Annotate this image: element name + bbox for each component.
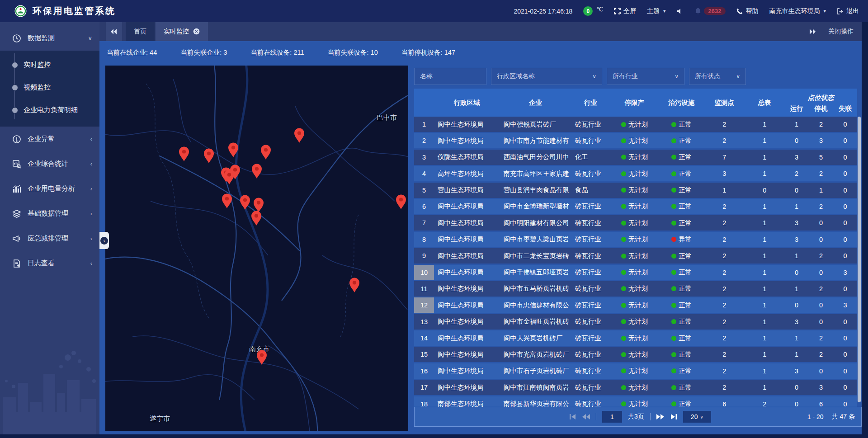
sidebar-collapse-handle[interactable]: ‹ [99,232,109,249]
cell-company: 阆中市江南镇阆南页岩 [500,380,571,395]
sidebar-item-logs[interactable]: 日志查看‹ [0,251,99,276]
fullscreen-button[interactable]: 全屏 [614,7,636,15]
tabs-scroll-left-button[interactable] [106,22,122,41]
industry-filter-select[interactable]: 所有行业 ∨ [607,68,684,85]
status-dot-green-icon [621,319,626,324]
row-index: 13 [414,314,434,330]
row-index: 11 [414,281,434,297]
sidebar-item-base-data[interactable]: 基础数据管理‹ [0,201,99,226]
cell-stop: 2 [809,199,833,214]
cell-region: 阆中生态环境局 [434,363,500,379]
map-pin-icon[interactable] [221,193,233,209]
table-row[interactable]: 7阆中生态环境局阆中明阳建材有限公司砖瓦行业无计划正常21300 [414,215,857,231]
table-row[interactable]: 8阆中生态环境局阆中市枣碧大梁山页岩砖瓦行业无计划异常21300 [414,232,857,247]
table-row[interactable]: 4高坪生态环境局南充市高坪区王家店建砖瓦行业无计划正常31220 [414,166,857,181]
cell-plan: 无计划 [610,347,659,362]
sidebar-item-label: 应急减排管理 [28,234,68,243]
map-pin-icon[interactable] [293,128,305,143]
org-dropdown[interactable]: 南充市生态环境局 [769,7,826,15]
tab-home[interactable]: 首页 [126,22,155,41]
stats-icon [12,160,21,169]
cell-facility-text: 正常 [679,383,692,392]
status-dot-green-icon [621,368,626,373]
table-row[interactable]: 10阆中生态环境局阆中千佛镇五郎垭页岩砖瓦行业无计划正常21003 [414,265,857,280]
sidebar-item-emergency[interactable]: 应急减排管理‹ [0,226,99,251]
sidebar-subitem-video[interactable]: 视频监控 [0,76,99,99]
table-row[interactable]: 11阆中生态环境局阆中市五马桥页岩机砖砖瓦行业无计划正常21120 [414,281,857,297]
table-row[interactable]: 6阆中生态环境局阆中市金博瑞新型墙材砖瓦行业无计划正常21120 [414,199,857,214]
map-pin-icon[interactable] [395,194,407,210]
close-icon[interactable] [193,28,200,35]
map-pin-icon[interactable] [178,146,190,162]
help-button[interactable]: 帮助 [736,7,758,15]
speaker-mute-icon[interactable] [677,8,684,14]
tab-realtime[interactable]: 实时监控 [156,22,208,41]
sidebar-submenu: 实时监控视频监控企业电力负荷明细 [0,51,99,127]
map-pin-icon[interactable] [227,142,239,158]
table-row[interactable]: 18南部生态环境局南部县新华页岩有限公砖瓦行业无计划正常62060 [414,396,857,407]
sidebar-item-enterprise-abnormal[interactable]: 企业异常‹ [0,127,99,151]
cell-plan-text: 无计划 [628,367,648,375]
table-row[interactable]: 16阆中生态环境局阆中市石子页岩机砖厂砖瓦行业无计划正常21300 [414,363,857,379]
table-row[interactable]: 5营山生态环境局营山县润丰肉食品有限食品无计划正常10010 [414,183,857,198]
region-filter-select[interactable]: 行政区域名称 ∨ [491,68,602,85]
map-pin-icon[interactable] [260,145,272,160]
status-stat: 当前在线设备: 211 [250,48,304,57]
table-row[interactable]: 2阆中生态环境局阆中市南方节能建材有砖瓦行业无计划正常21030 [414,133,857,148]
prev-page-button[interactable] [582,414,590,419]
table-row[interactable]: 12阆中生态环境局阆中市忠信建材有限公砖瓦行业无计划正常21003 [414,297,857,313]
map-pin-icon[interactable] [203,148,215,164]
row-index: 2 [414,133,434,148]
status-filter-select[interactable]: 所有状态 ∨ [689,68,746,85]
close-operations-button[interactable]: 关闭操作 [828,28,854,36]
table-row[interactable]: 9阆中生态环境局阆中市二龙长宝页岩砖砖瓦行业无计划正常21120 [414,248,857,264]
page-size-value: 20 [691,413,698,420]
map-pin-icon[interactable] [251,164,263,179]
page-number-input[interactable]: 1 [602,411,622,423]
name-filter-input[interactable]: 名称 [414,68,486,85]
first-page-button[interactable] [569,414,576,419]
right-panel: 名称 行政区域名称 ∨ 所有行业 ∨ 所有状态 ∨ 行政区域企业行业停限产治污设… [414,66,862,431]
cell-facility-text: 正常 [679,268,692,277]
map-pin-icon[interactable] [239,195,251,210]
table-row[interactable]: 17阆中生态环境局阆中市江南镇阆南页岩砖瓦行业无计划正常21030 [414,380,857,395]
cell-lost: 0 [833,330,857,346]
logout-button[interactable]: 退出 [837,7,859,15]
map-pin-icon[interactable] [256,350,268,365]
table-row[interactable]: 3仪陇生态环境局西南油气田分公司川中化工无计划正常71350 [414,150,857,165]
table-row[interactable]: 1阆中生态环境局阆中强锐页岩砖厂砖瓦行业无计划正常21120 [414,117,857,132]
table-row[interactable]: 13阆中生态环境局阆中市金福旺页岩机砖砖瓦行业无计划正常21300 [414,314,857,330]
industry-filter-value: 所有行业 [613,72,638,80]
table-row[interactable]: 14阆中生态环境局阆中大兴页岩机砖厂砖瓦行业无计划正常21120 [414,330,857,346]
theme-dropdown[interactable]: 主题 [647,7,666,15]
map-pin-icon[interactable] [229,165,241,180]
page-size-select[interactable]: 20 ∨ [683,411,711,423]
sidebar-item-data-monitor[interactable]: 数据监测∨ [0,26,99,51]
submenu-dot-icon [12,62,18,68]
status-dot-green-icon [621,237,626,242]
map-panel[interactable]: 巴中市南充市遂宁市 [105,66,408,431]
status-dot-green-icon [621,122,626,127]
table-row[interactable]: 15阆中生态环境局阆中市光富页岩机砖厂砖瓦行业无计划正常21120 [414,347,857,362]
row-index: 18 [414,396,434,407]
sidebar-item-enterprise-stats[interactable]: 企业综合统计‹ [0,151,99,176]
sidebar-item-power-analysis[interactable]: 企业用电量分析‹ [0,176,99,201]
map-pin-icon[interactable] [349,278,360,293]
sidebar-subitem-realtime[interactable]: 实时监控 [0,53,99,76]
notification-area[interactable]: 2632 [695,7,726,15]
table-scrollbar[interactable] [858,117,861,402]
tabs-scroll-right-button[interactable] [809,29,816,34]
next-page-button[interactable] [656,414,664,419]
status-filter-value: 所有状态 [695,72,720,80]
sidebar-item-label: 企业用电量分析 [28,184,75,193]
last-page-button[interactable] [670,414,677,419]
cell-facility: 正常 [659,183,704,198]
cell-lost: 0 [833,347,857,362]
cell-lost: 3 [833,297,857,313]
map-pin-icon[interactable] [250,211,262,226]
cell-region: 阆中生态环境局 [434,117,500,132]
sidebar-subitem-power-load[interactable]: 企业电力负荷明细 [0,99,99,121]
sidebar: 数据监测∨实时监控视频监控企业电力负荷明细企业异常‹企业综合统计‹企业用电量分析… [0,22,99,434]
cell-industry: 砖瓦行业 [571,380,610,395]
filter-row: 名称 行政区域名称 ∨ 所有行业 ∨ 所有状态 ∨ [414,68,746,85]
